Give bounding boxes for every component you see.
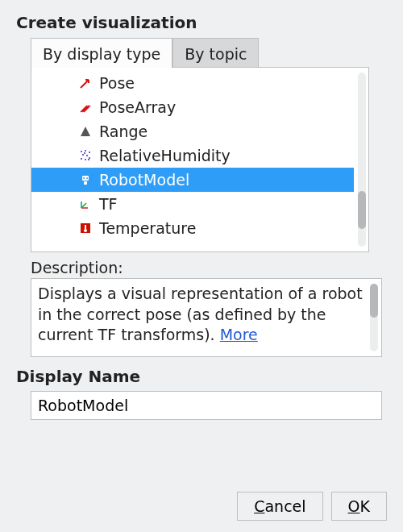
cancel-button[interactable]: Cancel bbox=[237, 492, 322, 521]
range-icon bbox=[78, 124, 93, 139]
description-more-link[interactable]: More bbox=[220, 326, 258, 343]
svg-point-9 bbox=[88, 159, 89, 160]
tab-bar: By display type By topic bbox=[31, 37, 387, 67]
list-item-label: Range bbox=[99, 123, 147, 140]
ok-button[interactable]: OK bbox=[331, 492, 387, 521]
humidity-icon bbox=[78, 148, 93, 163]
list-item-label: RelativeHumidity bbox=[99, 147, 231, 164]
description-text: Displays a visual representation of a ro… bbox=[38, 285, 363, 343]
list-item[interactable]: Pose bbox=[31, 71, 354, 95]
svg-point-5 bbox=[81, 158, 82, 160]
svg-point-16 bbox=[84, 229, 87, 232]
svg-rect-15 bbox=[85, 225, 86, 229]
display-name-label: Display Name bbox=[16, 367, 387, 386]
description-label: Description: bbox=[31, 259, 387, 276]
display-name-input[interactable] bbox=[31, 391, 382, 420]
tab-by-topic[interactable]: By topic bbox=[172, 38, 259, 68]
description-scrollbar-track[interactable] bbox=[370, 284, 378, 351]
list-item[interactable]: RelativeHumidity bbox=[31, 143, 354, 168]
svg-point-2 bbox=[89, 152, 90, 153]
tf-icon bbox=[78, 197, 93, 211]
svg-point-3 bbox=[82, 154, 84, 156]
robot-icon bbox=[78, 172, 93, 187]
display-type-list[interactable]: PosePoseArrayRangeRelativeHumidityRobotM… bbox=[31, 67, 369, 252]
array-icon bbox=[78, 100, 93, 114]
list-item[interactable]: Range bbox=[31, 119, 354, 143]
page-title: Create visualization bbox=[16, 13, 387, 32]
svg-point-7 bbox=[89, 157, 90, 159]
svg-point-12 bbox=[83, 177, 85, 179]
list-item[interactable]: PoseArray bbox=[31, 95, 354, 119]
list-scrollbar-track[interactable] bbox=[358, 73, 366, 247]
list-item-label: RobotModel bbox=[99, 171, 189, 189]
list-item-label: TF bbox=[99, 195, 118, 213]
list-item-label: PoseArray bbox=[99, 98, 176, 116]
temperature-icon bbox=[78, 221, 93, 235]
list-item-label: Pose bbox=[99, 74, 135, 92]
tab-by-display-type[interactable]: By display type bbox=[31, 38, 172, 68]
svg-point-0 bbox=[81, 151, 82, 152]
svg-rect-11 bbox=[84, 181, 87, 185]
description-box: Displays a visual representation of a ro… bbox=[31, 278, 382, 357]
list-item[interactable]: Temperature bbox=[31, 216, 354, 240]
list-item[interactable]: RobotModel bbox=[31, 168, 354, 192]
svg-point-8 bbox=[84, 152, 85, 154]
svg-point-4 bbox=[86, 155, 88, 156]
list-scrollbar-thumb[interactable] bbox=[358, 191, 366, 230]
description-scrollbar-thumb[interactable] bbox=[370, 284, 378, 318]
list-item[interactable]: TF bbox=[31, 192, 354, 216]
svg-point-1 bbox=[85, 150, 86, 152]
svg-point-13 bbox=[86, 177, 88, 179]
list-item-label: Temperature bbox=[99, 219, 196, 237]
svg-point-6 bbox=[85, 159, 86, 160]
arrow-icon bbox=[78, 76, 93, 90]
